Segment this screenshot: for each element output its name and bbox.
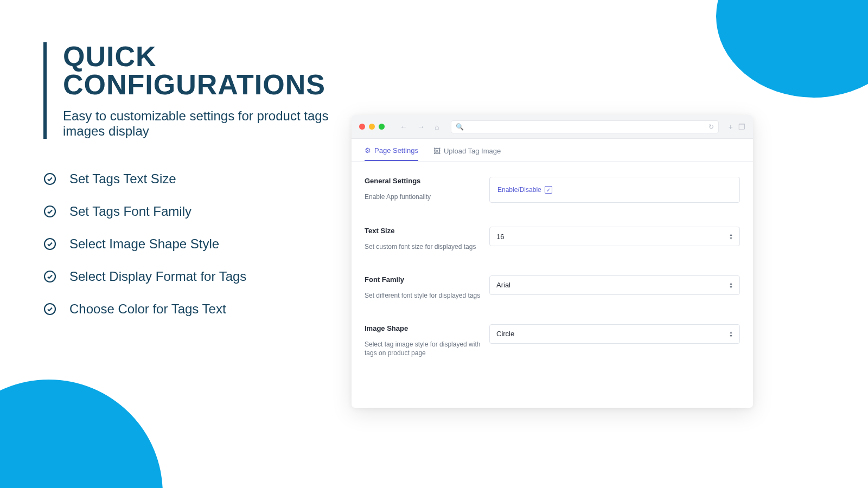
stepper-icon[interactable]: ▲▼ xyxy=(729,233,733,240)
font-family-value: Arial xyxy=(496,281,510,289)
enable-disable-label: Enable/Disable xyxy=(497,186,541,194)
check-circle-icon xyxy=(43,303,56,316)
check-circle-icon xyxy=(43,172,56,185)
check-circle-icon xyxy=(43,270,56,283)
reload-icon[interactable]: ↻ xyxy=(709,123,714,131)
tab-page-settings[interactable]: ⚙ Page Settings xyxy=(365,146,418,161)
feature-list: Set Tags Text Size Set Tags Font Family … xyxy=(43,171,347,317)
page-title: QUICK CONFIGURATIONS xyxy=(63,42,347,99)
setting-desc-text-size: Set custom font size for displayed tags xyxy=(365,242,481,252)
feature-label: Set Tags Text Size xyxy=(69,171,176,187)
gear-icon: ⚙ xyxy=(365,146,371,155)
check-circle-icon xyxy=(43,237,56,251)
window-maximize-icon[interactable] xyxy=(379,124,385,130)
enable-disable-box: Enable/Disable ✓ xyxy=(489,177,740,203)
setting-title-general: General Settings xyxy=(365,177,481,185)
text-size-input[interactable]: 16 ▲▼ xyxy=(489,227,740,246)
feature-label: Select Display Format for Tags xyxy=(69,269,246,284)
check-circle-icon xyxy=(43,205,56,218)
tabs-icon[interactable]: ❐ xyxy=(738,123,745,131)
image-shape-select[interactable]: Circle ▲▼ xyxy=(489,324,740,344)
tab-label: Upload Tag Image xyxy=(444,147,501,155)
search-icon: 🔍 xyxy=(456,123,464,131)
font-family-select[interactable]: Arial ▲▼ xyxy=(489,275,740,295)
back-icon[interactable]: ← xyxy=(398,123,410,131)
window-close-icon[interactable] xyxy=(359,124,365,130)
setting-desc-image-shape: Select tag image style for displayed wit… xyxy=(365,340,481,358)
window-minimize-icon[interactable] xyxy=(369,124,375,130)
feature-label: Select Image Shape Style xyxy=(69,236,219,252)
feature-label: Set Tags Font Family xyxy=(69,204,192,219)
image-shape-value: Circle xyxy=(496,330,514,338)
setting-title-font-family: Font Family xyxy=(365,275,481,284)
feature-item: Select Display Format for Tags xyxy=(43,269,347,284)
setting-title-text-size: Text Size xyxy=(365,227,481,235)
page-subtitle: Easy to customizable settings for produc… xyxy=(63,108,347,139)
chevron-updown-icon: ▲▼ xyxy=(729,281,733,289)
browser-mock: ← → ⌂ 🔍 ↻ + ❐ ⚙ Page Settings 🖼 Upload T… xyxy=(352,115,753,408)
tab-label: Page Settings xyxy=(374,146,418,155)
decor-blob-top xyxy=(716,0,868,98)
setting-desc-font-family: Set different font style for displayed t… xyxy=(365,291,481,300)
setting-title-image-shape: Image Shape xyxy=(365,324,481,332)
tab-upload-tag-image[interactable]: 🖼 Upload Tag Image xyxy=(433,146,501,161)
image-icon: 🖼 xyxy=(433,147,441,155)
browser-chrome: ← → ⌂ 🔍 ↻ + ❐ xyxy=(352,115,753,139)
chevron-updown-icon: ▲▼ xyxy=(729,330,733,338)
forward-icon[interactable]: → xyxy=(415,123,427,131)
enable-disable-checkbox[interactable]: ✓ xyxy=(545,186,552,194)
text-size-value: 16 xyxy=(496,233,504,241)
feature-label: Choose Color for Tags Text xyxy=(69,301,226,317)
new-tab-icon[interactable]: + xyxy=(729,123,733,131)
feature-item: Select Image Shape Style xyxy=(43,236,347,252)
feature-item: Choose Color for Tags Text xyxy=(43,301,347,317)
setting-desc-general: Enable App funtionality xyxy=(365,192,481,202)
feature-item: Set Tags Font Family xyxy=(43,204,347,219)
decor-blob-bottom xyxy=(0,380,163,488)
home-icon[interactable]: ⌂ xyxy=(432,123,441,131)
feature-item: Set Tags Text Size xyxy=(43,171,347,187)
tab-bar: ⚙ Page Settings 🖼 Upload Tag Image xyxy=(352,139,753,162)
address-bar[interactable]: 🔍 ↻ xyxy=(451,120,718,133)
